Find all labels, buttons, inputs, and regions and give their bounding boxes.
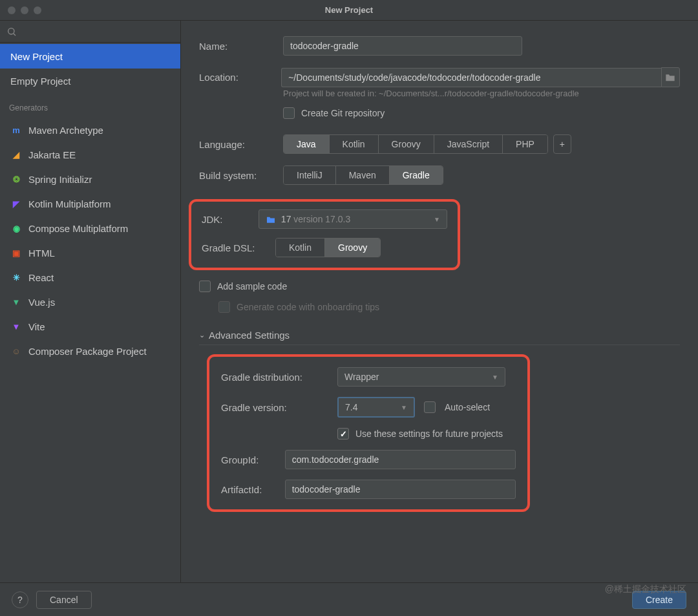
generators-heading: Generators xyxy=(0,94,180,116)
svg-line-1 xyxy=(14,34,16,36)
sidebar-search[interactable] xyxy=(0,21,180,43)
language-segmented: JavaKotlinGroovyJavaScriptPHP xyxy=(283,134,548,154)
sidebar-item-generator[interactable]: ▼Vite xyxy=(0,314,180,339)
dsl-option[interactable]: Kotlin xyxy=(276,239,325,257)
name-input[interactable] xyxy=(283,36,522,56)
advanced-settings-header[interactable]: ⌄ Advanced Settings xyxy=(199,330,680,345)
language-option[interactable]: Kotlin xyxy=(330,135,379,153)
project-type-list: New Project Empty Project xyxy=(0,43,180,94)
sidebar-item-label: Spring Initializr xyxy=(28,174,92,185)
gradle-dist-value: Wrapper xyxy=(344,372,379,382)
maximize-window-button[interactable] xyxy=(34,6,41,14)
window-title: New Project xyxy=(325,5,373,15)
location-label: Location: xyxy=(199,72,281,83)
autoselect-checkbox[interactable] xyxy=(424,401,436,413)
sidebar-item-label: Compose Multiplatform xyxy=(28,223,128,234)
dsl-segmented: KotlinGroovy xyxy=(275,238,381,257)
generator-icon: ▼ xyxy=(10,321,22,332)
gradle-dist-dropdown[interactable]: Wrapper ▼ xyxy=(337,367,505,387)
chevron-down-icon: ▼ xyxy=(434,216,440,223)
search-icon xyxy=(6,27,17,37)
artifactid-input[interactable] xyxy=(285,480,516,499)
sidebar-item-generator[interactable]: ✳React xyxy=(0,265,180,290)
gradle-version-value: 7.4 xyxy=(345,402,357,412)
sidebar-item-label: Empty Project xyxy=(10,76,70,87)
sidebar-item-new-project[interactable]: New Project xyxy=(0,44,180,69)
build-option[interactable]: Gradle xyxy=(390,166,443,184)
sample-code-label: Add sample code xyxy=(217,281,287,292)
build-segmented: IntelliJMavenGradle xyxy=(283,165,443,185)
window-controls xyxy=(8,6,41,14)
svg-point-0 xyxy=(8,28,14,34)
gradle-version-dropdown[interactable]: 7.4 ▼ xyxy=(337,397,415,418)
sidebar-item-generator[interactable]: mMaven Archetype xyxy=(0,118,180,142)
sidebar-item-empty-project[interactable]: Empty Project xyxy=(0,69,180,93)
browse-location-button[interactable] xyxy=(661,67,680,87)
language-option[interactable]: JavaScript xyxy=(434,135,503,153)
sidebar-item-generator[interactable]: ☺Composer Package Project xyxy=(0,339,180,363)
sidebar-item-generator[interactable]: ❂Spring Initializr xyxy=(0,167,180,191)
artifactid-label: ArtifactId: xyxy=(221,484,285,495)
gradle-version-label: Gradle version: xyxy=(221,402,337,413)
sidebar-item-generator[interactable]: ▼Vue.js xyxy=(0,290,180,314)
titlebar: New Project xyxy=(0,0,698,21)
jdk-label: JDK: xyxy=(202,214,259,225)
chevron-down-icon: ▼ xyxy=(401,404,407,411)
folder-icon xyxy=(266,216,276,224)
build-option[interactable]: IntelliJ xyxy=(284,166,336,184)
onboarding-checkbox xyxy=(218,301,230,313)
sidebar-item-label: React xyxy=(28,272,54,283)
future-settings-label: Use these settings for future projects xyxy=(355,429,503,439)
sidebar-item-label: Composer Package Project xyxy=(28,346,147,357)
generator-icon: ▼ xyxy=(10,296,22,308)
sidebar-item-label: Jakarta EE xyxy=(28,149,76,160)
groupid-label: GroupId: xyxy=(221,454,285,465)
sidebar-item-label: New Project xyxy=(10,51,63,62)
sidebar-item-generator[interactable]: ▣HTML xyxy=(0,240,180,265)
content-pane: Name: Location: Project will be created … xyxy=(181,21,698,582)
location-input[interactable] xyxy=(281,68,661,87)
git-label: Create Git repository xyxy=(301,108,385,118)
git-checkbox[interactable] xyxy=(283,107,295,119)
language-label: Language: xyxy=(199,139,283,150)
language-option[interactable]: Java xyxy=(284,135,330,153)
groupid-input[interactable] xyxy=(285,450,516,469)
language-option[interactable]: PHP xyxy=(503,135,547,153)
jdk-dsl-highlight: JDK: 17 version 17.0.3 ▼ Gradle DSL: Kot… xyxy=(189,199,460,270)
jdk-dropdown[interactable]: 17 version 17.0.3 ▼ xyxy=(259,209,447,229)
future-settings-checkbox[interactable] xyxy=(337,428,349,440)
build-option[interactable]: Maven xyxy=(336,166,390,184)
sample-code-checkbox[interactable] xyxy=(199,281,211,292)
generator-icon: ◢ xyxy=(10,149,22,160)
advanced-highlight: Gradle distribution: Wrapper ▼ Gradle ve… xyxy=(207,354,530,512)
add-language-button[interactable]: + xyxy=(553,134,571,154)
chevron-down-icon: ⌄ xyxy=(199,331,205,339)
dsl-option[interactable]: Groovy xyxy=(325,239,380,257)
location-hint: Project will be created in: ~/Documents/… xyxy=(283,89,680,98)
minimize-window-button[interactable] xyxy=(21,6,28,14)
generator-icon: ◤ xyxy=(10,198,22,209)
name-label: Name: xyxy=(199,41,283,52)
watermark: @稀土掘金技术社区 xyxy=(605,584,686,595)
advanced-settings-label: Advanced Settings xyxy=(209,330,290,341)
help-button[interactable]: ? xyxy=(12,591,28,608)
dsl-label: Gradle DSL: xyxy=(202,242,275,253)
sidebar-item-generator[interactable]: ◤Kotlin Multiplatform xyxy=(0,191,180,216)
sidebar-item-generator[interactable]: ◢Jakarta EE xyxy=(0,142,180,167)
sidebar-item-generator[interactable]: ◉Compose Multiplatform xyxy=(0,216,180,240)
generators-list: mMaven Archetype◢Jakarta EE❂Spring Initi… xyxy=(0,116,180,365)
generator-icon: ☺ xyxy=(10,345,22,357)
generator-icon: ✳ xyxy=(10,271,22,283)
autoselect-label: Auto-select xyxy=(445,402,490,412)
sidebar-item-label: Vite xyxy=(28,321,45,332)
onboarding-label: Generate code with onboarding tips xyxy=(237,302,379,312)
chevron-down-icon: ▼ xyxy=(492,374,498,381)
generator-icon: ◉ xyxy=(10,222,22,234)
generator-icon: ▣ xyxy=(10,247,22,259)
cancel-button[interactable]: Cancel xyxy=(36,591,92,609)
sidebar-item-label: Maven Archetype xyxy=(28,125,103,136)
footer: ? Cancel Create @稀土掘金技术社区 xyxy=(0,582,698,616)
build-label: Build system: xyxy=(199,170,283,181)
close-window-button[interactable] xyxy=(8,6,16,14)
language-option[interactable]: Groovy xyxy=(379,135,434,153)
